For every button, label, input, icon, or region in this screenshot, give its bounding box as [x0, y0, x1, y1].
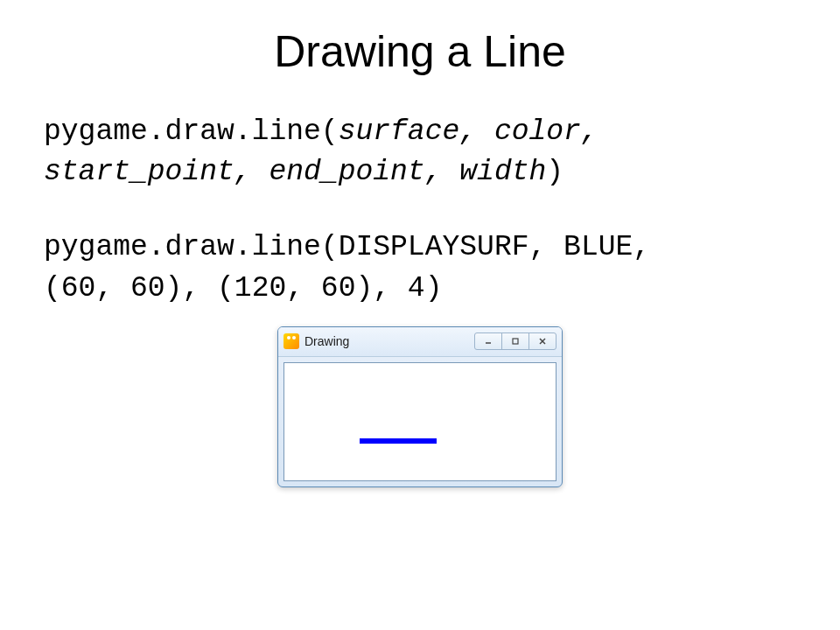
- window-client-area: [284, 362, 556, 481]
- window-icon: [284, 333, 299, 349]
- code-prefix: pygame.draw.line(: [44, 116, 339, 148]
- pygame-window: Drawing: [277, 326, 563, 487]
- svg-rect-1: [513, 339, 518, 344]
- maximize-button[interactable]: [501, 332, 529, 350]
- code-example: pygame.draw.line(DISPLAYSURF, BLUE, (60,…: [44, 228, 796, 308]
- page-title: Drawing a Line: [44, 26, 796, 77]
- close-button[interactable]: [528, 332, 556, 350]
- window-container: Drawing: [44, 326, 796, 487]
- window-titlebar: Drawing: [278, 327, 562, 357]
- code-example-line1: pygame.draw.line(DISPLAYSURF, BLUE,: [44, 228, 796, 268]
- minimize-button[interactable]: [474, 332, 502, 350]
- window-title: Drawing: [304, 334, 475, 348]
- code-suffix: ): [546, 156, 564, 188]
- code-signature: pygame.draw.line(surface, color, start_p…: [44, 112, 796, 192]
- window-controls: [475, 332, 556, 350]
- drawn-line: [360, 438, 437, 444]
- code-example-line2: (60, 60), (120, 60), 4): [44, 269, 796, 309]
